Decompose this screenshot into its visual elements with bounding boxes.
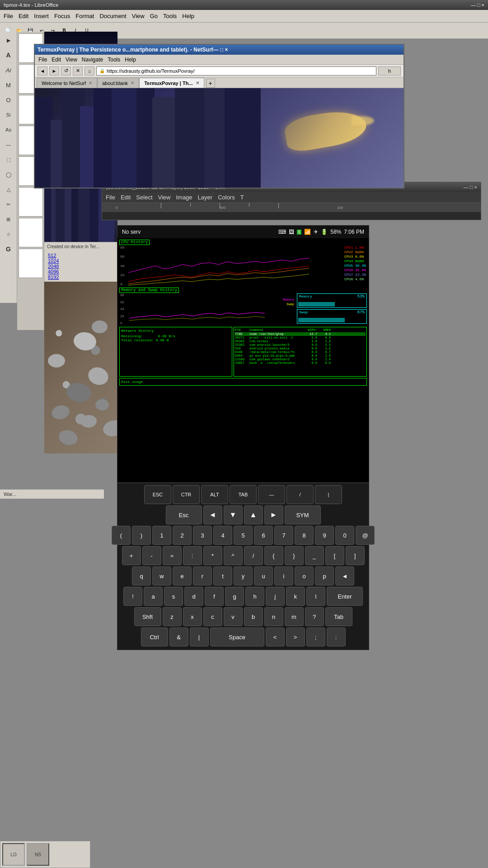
kbd-lbracket[interactable]: [ bbox=[325, 546, 344, 565]
kbd-p[interactable]: p bbox=[315, 566, 334, 585]
kbd-sym[interactable]: SYM bbox=[285, 505, 321, 524]
kbd-1[interactable]: 1 bbox=[152, 526, 171, 545]
tool-g[interactable]: G bbox=[2, 242, 15, 256]
url-bar[interactable]: 🔒 https://sdrausty.github.io/TermuxPovra… bbox=[96, 66, 376, 75]
slide-thumb-8[interactable] bbox=[19, 249, 43, 278]
ns-tab-blank-close[interactable]: ✕ bbox=[131, 80, 134, 85]
kbd-9[interactable]: 9 bbox=[315, 526, 334, 545]
kbd-alt[interactable]: ALT bbox=[201, 485, 228, 504]
tool-rect[interactable]: ⬚ bbox=[2, 153, 15, 166]
gimp-menu-t[interactable]: T bbox=[240, 194, 244, 201]
kbd-k[interactable]: k bbox=[286, 587, 305, 606]
ns-home-button[interactable]: ⌂ bbox=[84, 66, 94, 75]
size-2048[interactable]: 2048 bbox=[48, 264, 114, 269]
gimp-menu-image[interactable]: Image bbox=[176, 194, 192, 201]
kbd-m[interactable]: m bbox=[285, 607, 304, 626]
kbd-q[interactable]: q bbox=[132, 566, 151, 585]
lo-menu-document[interactable]: Document bbox=[99, 13, 126, 19]
kbd-ctrl[interactable]: Ctrl bbox=[141, 627, 168, 646]
ns-tab-termux[interactable]: TermuxPovray | Th... ✕ bbox=[139, 78, 204, 88]
tool-arrow[interactable]: ▶ bbox=[2, 33, 15, 47]
taskbar-ns[interactable]: NS bbox=[27, 843, 49, 866]
kbd-question[interactable]: ? bbox=[305, 607, 324, 626]
kbd-ampersand[interactable]: & bbox=[169, 627, 188, 646]
kbd-8[interactable]: 8 bbox=[295, 526, 314, 545]
lo-menu-format[interactable]: Format bbox=[75, 13, 94, 19]
kbd-s[interactable]: s bbox=[164, 587, 183, 606]
kbd-exclaim[interactable]: ! bbox=[123, 587, 142, 606]
slide-thumb-7[interactable] bbox=[19, 218, 43, 247]
kbd-plus[interactable]: + bbox=[122, 546, 141, 565]
ns-tab-welcome[interactable]: Welcome to NetSurf ✕ bbox=[37, 78, 97, 88]
kbd-semicolon[interactable]: ; bbox=[306, 627, 325, 646]
kbd-n[interactable]: n bbox=[264, 607, 283, 626]
lo-menu-tools[interactable]: Tools bbox=[163, 13, 177, 19]
tool-si[interactable]: Si bbox=[2, 108, 15, 122]
tool-star[interactable]: ☆ bbox=[2, 227, 15, 241]
kbd-right[interactable]: ► bbox=[264, 505, 283, 524]
kbd-minus[interactable]: - bbox=[142, 546, 161, 565]
kbd-j[interactable]: j bbox=[266, 587, 285, 606]
ns-search-button[interactable]: h bbox=[378, 66, 401, 75]
kbd-gt[interactable]: > bbox=[286, 627, 305, 646]
size-512[interactable]: 512 bbox=[48, 253, 114, 258]
kbd-asterisk[interactable]: * bbox=[203, 546, 222, 565]
tool-line[interactable]: — bbox=[2, 138, 15, 151]
gimp-window-controls[interactable]: — □ × bbox=[464, 184, 477, 190]
kbd-fwdslash[interactable]: / bbox=[244, 546, 263, 565]
kbd-colon2[interactable]: : bbox=[327, 627, 346, 646]
kbd-slash[interactable]: / bbox=[286, 485, 314, 504]
kbd-c[interactable]: c bbox=[203, 607, 222, 626]
kbd-b[interactable]: b bbox=[244, 607, 263, 626]
lo-menu-view[interactable]: View bbox=[132, 13, 145, 19]
ns-reload-button[interactable]: ↺ bbox=[61, 66, 71, 75]
taskbar-lo[interactable]: LO bbox=[2, 843, 25, 866]
kbd-u[interactable]: u bbox=[254, 566, 273, 585]
size-4096[interactable]: 4096 bbox=[48, 269, 114, 274]
kbd-4[interactable]: 4 bbox=[213, 526, 232, 545]
kbd-up[interactable]: ▲ bbox=[244, 505, 263, 524]
ns-menu-navigate[interactable]: Navigate bbox=[82, 57, 103, 63]
tool-triangle[interactable]: △ bbox=[2, 183, 15, 196]
kbd-rbrace[interactable]: } bbox=[285, 546, 304, 565]
kbd-underscore[interactable]: _ bbox=[305, 546, 324, 565]
tool-text[interactable]: A bbox=[2, 48, 15, 62]
kbd-g[interactable]: g bbox=[225, 587, 244, 606]
kbd-i[interactable]: i bbox=[274, 566, 293, 585]
ns-forward-button[interactable]: ► bbox=[49, 66, 59, 75]
kbd-w[interactable]: w bbox=[152, 566, 171, 585]
kbd-esc-func[interactable]: ESC bbox=[144, 485, 171, 504]
kbd-space[interactable]: Space bbox=[210, 627, 264, 646]
ns-tab-welcome-close[interactable]: ✕ bbox=[89, 80, 92, 85]
kbd-colon[interactable]: : bbox=[183, 546, 202, 565]
kbd-7[interactable]: 7 bbox=[274, 526, 293, 545]
kbd-rbracket[interactable]: ] bbox=[346, 546, 365, 565]
lo-menu-help[interactable]: Help bbox=[182, 13, 194, 19]
kbd-left[interactable]: ◄ bbox=[203, 505, 222, 524]
kbd-enter[interactable]: Enter bbox=[327, 587, 363, 606]
kbd-l[interactable]: l bbox=[306, 587, 325, 606]
kbd-0[interactable]: 0 bbox=[335, 526, 354, 545]
tool-o[interactable]: O bbox=[2, 93, 15, 107]
kbd-tab-func[interactable]: TAB bbox=[230, 485, 257, 504]
kbd-shift[interactable]: Shft bbox=[134, 607, 161, 626]
ns-menu-file[interactable]: File bbox=[38, 57, 47, 63]
kbd-h[interactable]: h bbox=[245, 587, 264, 606]
lo-menu-edit[interactable]: Edit bbox=[19, 13, 28, 19]
kbd-lt[interactable]: < bbox=[266, 627, 285, 646]
ns-menu-edit[interactable]: Edit bbox=[52, 57, 61, 63]
gimp-menu-select[interactable]: Select bbox=[136, 194, 152, 201]
kbd-ctr[interactable]: CTR bbox=[173, 485, 200, 504]
kbd-x[interactable]: x bbox=[183, 607, 202, 626]
lo-menu-focus[interactable]: Focus bbox=[54, 13, 70, 19]
tool-ai[interactable]: Ai bbox=[2, 63, 15, 77]
tool-crop[interactable]: ✂ bbox=[2, 198, 15, 211]
lo-menu-file[interactable]: File bbox=[4, 13, 13, 19]
kbd-v[interactable]: v bbox=[224, 607, 243, 626]
kbd-at[interactable]: @ bbox=[356, 526, 375, 545]
kbd-2[interactable]: 2 bbox=[173, 526, 192, 545]
ns-menu-view[interactable]: View bbox=[66, 57, 77, 63]
tool-grid[interactable]: ⊞ bbox=[2, 212, 15, 226]
kbd-y[interactable]: y bbox=[234, 566, 253, 585]
ns-new-tab-button[interactable]: + bbox=[206, 79, 215, 88]
